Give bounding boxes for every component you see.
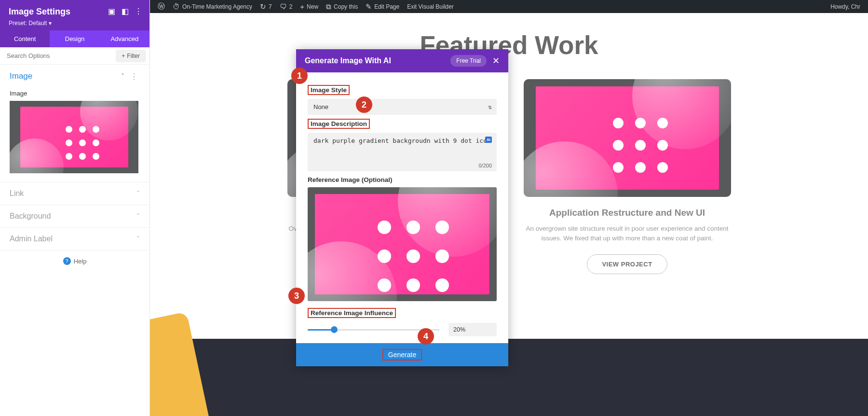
howdy-label: Howdy, Chr [830,3,860,10]
section-image-head[interactable]: Image ˄⋮ [0,65,149,88]
copy-item[interactable]: ⧉Copy this [322,0,362,13]
annotation-2: 2 [356,97,372,113]
sidebar-header-icons: ▣ ◧ ⋮ [107,7,143,15]
pencil-icon: ✎ [366,2,372,11]
help-label: Help [74,258,87,265]
image-preview[interactable] [10,101,138,173]
tab-design[interactable]: Design [50,30,99,47]
generate-button[interactable]: Generate [382,349,422,361]
page-title: Featured Work [169,30,849,60]
exit-label: Exit Visual Builder [407,3,454,10]
new-label: New [307,3,318,10]
section-image: Image ˄⋮ Image [0,65,149,182]
footer-band [150,339,868,416]
modal-footer: Generate [296,343,508,366]
more-icon[interactable]: ⋮ [134,7,143,15]
annotation-1: 1 [291,68,308,84]
card-2-button[interactable]: VIEW PROJECT [587,254,667,274]
section-background: Background ˅ [0,205,149,228]
plus-icon: + [122,53,125,59]
section-image-body: Image [0,90,149,182]
sidebar-header: Image Settings Preset: Default ▾ ▣ ◧ ⋮ [0,0,149,30]
description-textarea[interactable]: dark purple gradient backgroudn with 9 d… [313,137,491,159]
section-admin-head[interactable]: Admin Label ˅ [0,228,149,250]
modal-body: Image Style None ⇅ Image Description dar… [296,72,508,336]
section-link-title: Link [10,189,24,198]
wp-logo[interactable]: ⓦ [154,0,169,13]
image-field-label: Image [10,90,140,97]
edit-page-item[interactable]: ✎Edit Page [362,0,403,13]
section-link: Link ˅ [0,182,149,205]
comments-count: 2 [289,3,293,10]
section-admin-label: Admin Label ˅ [0,228,149,250]
preset-selector[interactable]: Preset: Default ▾ [9,20,141,27]
ai-badge[interactable]: AI [485,137,492,143]
char-count: 0/200 [478,163,492,168]
generate-image-modal: Generate Image With AI Free Trial ✕ Imag… [296,49,508,366]
influence-row [308,323,497,336]
annotation-3: 3 [288,288,305,304]
section-more-icon[interactable]: ⋮ [128,72,140,81]
howdy-item[interactable]: Howdy, Chr [827,0,864,13]
image-style-select[interactable]: None [308,99,497,115]
sidebar-tabs: Content Design Advanced [0,30,149,47]
section-link-head[interactable]: Link ˅ [0,182,149,205]
slider-thumb[interactable] [331,326,338,333]
wp-admin-bar: ⓦ ⏱On-Time Marketing Agency ↻7 🗨2 +New ⧉… [150,0,868,13]
reference-image[interactable] [308,187,497,301]
search-input[interactable] [0,47,116,64]
influence-percent-field[interactable] [448,323,497,336]
update-icon: ↻ [260,2,266,11]
dashboard-icon: ⏱ [173,2,180,11]
tab-content[interactable]: Content [0,30,50,47]
modal-title: Generate Image With AI [305,56,391,65]
card-2-desc: An overgrown site structure result in po… [524,224,731,244]
slider-fill [308,329,334,331]
annotation-box-3: Reference Image Influence [308,308,396,318]
image-description-label: Image Description [308,119,497,129]
new-item[interactable]: +New [296,0,322,13]
section-admin-title: Admin Label [10,235,53,243]
page-inner: Featured Work Web App User Flow Redesign… [150,13,868,288]
cards-row: Web App User Flow Redesign Overcrowded s… [169,79,849,274]
section-image-title: Image [10,71,32,81]
image-style-select-wrap: None ⇅ [308,99,497,115]
card-2-title: Application Restructure and New UI [524,208,731,218]
exit-builder-item[interactable]: Exit Visual Builder [403,0,458,13]
filter-button[interactable]: +Filter [116,50,146,62]
focus-icon[interactable]: ▣ [107,7,116,15]
section-background-title: Background [10,212,51,221]
filter-label: Filter [127,53,140,59]
close-icon[interactable]: ✕ [492,55,500,66]
annotation-box-2: Image Description [308,119,370,129]
site-name-item[interactable]: ⏱On-Time Marketing Agency [169,0,256,13]
annotation-4: 4 [418,328,434,345]
help-icon: ? [63,257,71,265]
layout-icon[interactable]: ◧ [121,7,129,15]
chevron-down-icon: ˅ [136,235,140,243]
section-background-head[interactable]: Background ˅ [0,205,149,227]
copy-label: Copy this [334,3,358,10]
description-textarea-wrap: dark purple gradient backgroudn with 9 d… [308,133,497,171]
annotation-box-1: Image Style [308,85,350,95]
comments-item[interactable]: 🗨2 [276,0,297,13]
reference-image-label: Reference Image (Optional) [308,176,497,183]
free-trial-badge[interactable]: Free Trial [450,55,487,67]
updates-item[interactable]: ↻7 [256,0,276,13]
plus-icon: + [300,2,304,11]
tab-advanced[interactable]: Advanced [100,30,149,47]
search-row: +Filter [0,47,149,65]
card-2-image[interactable] [524,79,731,197]
help-row[interactable]: ? Help [0,250,149,272]
updates-count: 7 [269,3,272,10]
image-style-label: Image Style [308,85,497,95]
influence-label: Reference Image Influence [308,308,497,318]
chevron-down-icon: ˅ [136,212,140,220]
copy-icon: ⧉ [326,2,331,11]
site-name: On-Time Marketing Agency [182,3,252,10]
chevron-up-icon: ˄ [121,72,124,80]
chevron-down-icon: ˅ [136,190,140,197]
modal-header: Generate Image With AI Free Trial ✕ [296,49,508,72]
settings-sidebar: Image Settings Preset: Default ▾ ▣ ◧ ⋮ C… [0,0,150,416]
wordpress-icon: ⓦ [158,2,165,11]
